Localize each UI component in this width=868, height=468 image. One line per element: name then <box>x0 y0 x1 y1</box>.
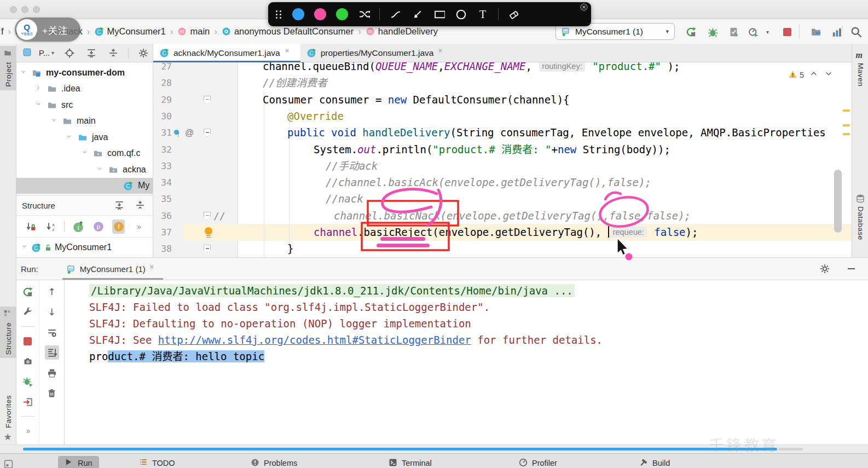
expand-all-button[interactable] <box>84 46 99 60</box>
close-window-button[interactable] <box>10 6 17 13</box>
profiler-button[interactable] <box>745 24 761 39</box>
show-properties-button[interactable]: p <box>92 219 105 234</box>
attach-debugger-button[interactable] <box>21 374 35 389</box>
warning-stripe[interactable] <box>843 133 850 135</box>
statusbar-tab-profiler[interactable]: Profiler <box>512 456 564 468</box>
rerun-button[interactable] <box>683 24 698 39</box>
chevron-down-icon[interactable]: ▾ <box>766 29 769 35</box>
project-tree-item-java[interactable]: java <box>16 129 153 145</box>
fold-marker[interactable] <box>204 245 211 253</box>
chevron-down-icon[interactable] <box>82 150 89 157</box>
fold-marker[interactable] <box>204 129 211 137</box>
chevron-down-icon[interactable] <box>36 102 43 108</box>
coverage-button[interactable] <box>726 24 741 39</box>
next-warning-button[interactable] <box>824 70 834 79</box>
camera-button[interactable] <box>21 354 35 368</box>
chevron-right-icon[interactable] <box>36 85 43 92</box>
code-line-27[interactable]: channel.queueBind(QUEUE_NAME,EXCHANGE_NA… <box>238 62 852 75</box>
tool-window-button-project[interactable]: Project <box>0 46 16 90</box>
project-tree-item-ackna[interactable]: ackna <box>16 161 153 177</box>
minimize-button[interactable] <box>844 262 858 276</box>
prev-warning-button[interactable] <box>809 70 819 79</box>
collapse-all-button[interactable] <box>106 46 120 60</box>
stop-button[interactable] <box>779 24 795 39</box>
statusbar-tab-problems[interactable]: Problems <box>244 456 304 468</box>
chevron-down-icon[interactable] <box>67 134 73 141</box>
sort-alpha-button[interactable]: az <box>44 219 57 234</box>
more-button[interactable]: » <box>21 424 35 438</box>
breadcrumb-item-myconsumer1[interactable]: CMyConsumer1 <box>95 26 166 37</box>
show-inherited-button[interactable]: I <box>72 219 85 234</box>
close-annotation-toolbar-button[interactable] <box>580 3 588 11</box>
breadcrumb-item-f[interactable]: f <box>1 26 4 37</box>
tool-window-button-maven[interactable]: mMaven <box>852 47 868 90</box>
trash-button[interactable] <box>45 386 59 400</box>
warning-stripe[interactable] <box>843 109 850 112</box>
project-tree-item-myconsumerdom[interactable]: my-consumer-dom <box>16 65 153 80</box>
project-tree-item-main[interactable]: main <box>16 113 153 129</box>
fold-marker[interactable] <box>204 96 211 104</box>
minimize-window-button[interactable] <box>21 6 28 13</box>
project-tree-item-src[interactable]: src <box>16 97 153 113</box>
code-line-35[interactable]: //nack <box>238 190 852 207</box>
code-line-32[interactable]: System.out.println("product.# 消费者: "+new… <box>238 141 852 158</box>
inspections-widget[interactable]: 5 <box>788 70 834 79</box>
locate-button[interactable] <box>62 46 77 60</box>
tool-window-button-database[interactable]: Database <box>852 190 868 244</box>
more-button[interactable]: » <box>132 219 145 234</box>
structure-tree-root[interactable]: C MyConsumer1 <box>16 238 153 257</box>
tool-window-button-structure[interactable]: Structure <box>0 307 16 358</box>
drag-handle-icon[interactable] <box>276 10 282 19</box>
code-line-28[interactable]: //创建消费者 <box>238 74 852 91</box>
run-tab[interactable]: MyConsumer1 (1) <box>62 258 163 280</box>
statusbar-tab-terminal[interactable]: Terminal <box>382 456 438 468</box>
sort-visibility-button[interactable] <box>24 219 37 234</box>
statusbar-tab-run[interactable]: Run <box>58 456 99 468</box>
color-green-swatch[interactable] <box>331 5 353 24</box>
code-line-33[interactable]: //手动ack <box>238 158 852 175</box>
project-tree-item-idea[interactable]: .idea <box>16 81 153 97</box>
close-icon[interactable] <box>285 48 294 57</box>
up-button[interactable]: ↑ <box>45 285 59 299</box>
down-button[interactable]: ↓ <box>45 305 59 319</box>
chevron-down-icon[interactable] <box>51 118 58 124</box>
chevron-down-icon[interactable] <box>97 166 104 173</box>
breadcrumb-item-handledelivery[interactable]: mhandleDelivery <box>366 26 438 37</box>
code-line-34[interactable]: //channel.basicAck(envelope.getDeliveryT… <box>238 174 852 191</box>
tool-window-button-favorites[interactable]: Favorites★ <box>0 392 16 444</box>
shuffle-icon[interactable] <box>353 5 375 24</box>
zoom-window-button[interactable] <box>33 6 40 13</box>
follow-button[interactable]: +关注 <box>42 23 68 37</box>
close-icon[interactable] <box>149 264 159 274</box>
expand-all-button[interactable] <box>112 198 126 212</box>
project-view-selector[interactable]: P... ▾ <box>39 49 54 57</box>
printer-button[interactable] <box>45 366 59 380</box>
code-line-38[interactable]: } <box>238 240 852 257</box>
scroll-end-button[interactable] <box>45 345 59 360</box>
code-line-29[interactable]: Consumer consumer = new DefaultConsumer(… <box>238 91 852 108</box>
close-icon[interactable] <box>438 48 447 57</box>
fold-marker[interactable] <box>204 212 211 220</box>
editor-tab-acknack[interactable]: Cacknack/MyConsumer1.java <box>153 44 300 62</box>
wrench-button[interactable] <box>21 305 35 319</box>
editor-tab-properties[interactable]: Cproperties/MyConsumer1.java <box>300 44 454 62</box>
ellipse-tool-icon[interactable] <box>450 5 472 24</box>
eraser-tool-icon[interactable] <box>503 5 525 24</box>
settings-gear-button[interactable] <box>818 262 832 276</box>
chevron-down-icon[interactable] <box>21 70 27 76</box>
softwrap-button[interactable] <box>45 325 59 339</box>
project-view-icon[interactable] <box>23 48 32 57</box>
color-pink-swatch[interactable] <box>309 5 331 24</box>
text-tool-icon[interactable]: T <box>472 5 494 24</box>
statusbar-tab-build[interactable]: Build <box>633 456 676 468</box>
curve-tool-icon[interactable] <box>384 5 406 24</box>
code-editor[interactable]: 27channel.queueBind(QUEUE_NAME,EXCHANGE_… <box>153 62 852 257</box>
console-link[interactable]: http://www.slf4j.org/codes.html#StaticLo… <box>158 334 471 346</box>
exit-button[interactable] <box>21 395 35 409</box>
debug-button[interactable] <box>705 24 720 39</box>
breadcrumb-item-anonymous-defaultconsumer[interactable]: anonymous DefaultConsumer <box>222 26 354 37</box>
stats-button[interactable]: ? <box>830 24 845 39</box>
project-tree-item-my[interactable]: CMy <box>16 178 153 194</box>
horizontal-scrollbar-thumb[interactable] <box>23 448 777 450</box>
stop-button[interactable] <box>21 334 35 348</box>
